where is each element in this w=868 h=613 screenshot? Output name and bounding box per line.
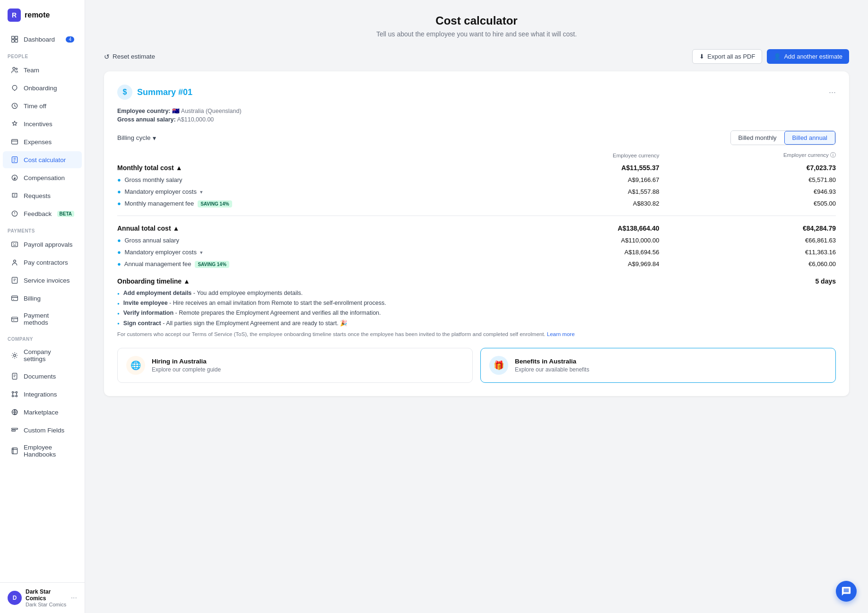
monthly-saving-badge: SAVING 14%	[198, 200, 232, 207]
sidebar-item-service-invoices[interactable]: Service invoices	[3, 272, 82, 289]
card-more-button[interactable]: ···	[829, 87, 836, 97]
feedback-beta-badge: BETA	[57, 211, 74, 217]
benefits-card-text: Benefits in Australia Explore our availa…	[515, 358, 589, 373]
svg-rect-2	[12, 40, 15, 43]
footer-company-name: Dark Star Comics	[26, 588, 67, 602]
sidebar-item-pay-contractors[interactable]: Pay contractors	[3, 254, 82, 271]
employer-costs-expand-icon[interactable]: ▾	[199, 189, 203, 195]
onboarding-item-1: ● Add employment details - You add emplo…	[117, 290, 836, 296]
sidebar-item-compensation[interactable]: Compensation	[3, 169, 82, 186]
toolbar-right: ⬇ Export all as PDF 👤 Add another estima…	[692, 49, 849, 64]
svg-point-20	[12, 395, 13, 397]
marketplace-icon	[10, 408, 19, 416]
annual-row-1-employee: A$110,000.00	[503, 234, 660, 246]
sidebar-item-billing[interactable]: Billing	[3, 290, 82, 307]
sidebar-item-documents[interactable]: Documents	[3, 368, 82, 385]
hiring-card-text: Hiring in Australia Explore our complete…	[152, 358, 221, 373]
annual-row-3-employee: A$9,969.84	[503, 258, 660, 270]
monthly-row-1-employer: €5,571.80	[660, 174, 836, 186]
monthly-employer-total: €7,023.73	[660, 162, 836, 174]
billing-cycle-label[interactable]: Billing cycle ▾	[117, 134, 156, 142]
payments-section-label: PAYMENTS	[0, 223, 85, 235]
annual-collapse-icon[interactable]: ▲	[173, 224, 179, 232]
monthly-row-1: ● Gross monthly salary A$9,166.67 €5,571…	[117, 174, 836, 186]
feedback-icon	[10, 209, 19, 218]
payment-methods-icon	[10, 315, 19, 323]
annual-row-2-employee: A$18,694.56	[503, 246, 660, 258]
sidebar-item-integrations[interactable]: Integrations	[3, 386, 82, 403]
onboarding-dot-3: ●	[117, 311, 120, 316]
billing-annual-button[interactable]: Billed annual	[784, 131, 835, 145]
billing-monthly-button[interactable]: Billed monthly	[731, 131, 784, 145]
sidebar-cost-calc-label: Cost calculator	[24, 156, 66, 164]
add-estimate-button[interactable]: 👤 Add another estimate	[767, 49, 849, 64]
sidebar-team-label: Team	[24, 67, 39, 74]
footer-more-button[interactable]: ···	[71, 594, 77, 602]
sidebar-item-expenses[interactable]: Expenses	[3, 133, 82, 150]
sidebar-item-onboarding[interactable]: Onboarding	[3, 79, 82, 96]
learn-more-link[interactable]: Learn more	[547, 331, 575, 337]
dashboard-icon	[10, 35, 19, 43]
annual-row-1-employer: €66,861.63	[660, 234, 836, 246]
sidebar-item-feedback[interactable]: Feedback BETA	[3, 205, 82, 222]
divider-row	[117, 209, 836, 222]
page-title: Cost calculator	[104, 14, 849, 27]
export-button[interactable]: ⬇ Export all as PDF	[692, 49, 762, 64]
company-section-label: COMPANY	[0, 331, 85, 344]
onboarding-title: Onboarding timeline ▲	[117, 277, 190, 285]
sidebar-item-cost-calculator[interactable]: Cost calculator	[3, 151, 82, 168]
svg-rect-24	[12, 430, 16, 431]
sidebar-item-company-settings[interactable]: Company settings	[3, 344, 82, 367]
annual-total-row: Annual total cost ▲ A$138,664.40 €84,284…	[117, 222, 836, 234]
sidebar-onboarding-label: Onboarding	[24, 85, 57, 92]
monthly-total-row: Monthly total cost ▲ A$11,555.37 €7,023.…	[117, 162, 836, 174]
sidebar-feedback-label: Feedback	[24, 210, 52, 217]
service-invoices-icon	[10, 276, 19, 285]
sidebar-item-dashboard[interactable]: Dashboard 4	[3, 31, 82, 48]
onboarding-collapse-icon[interactable]: ▲	[183, 277, 190, 285]
benefits-card[interactable]: 🎁 Benefits in Australia Explore our avai…	[480, 348, 836, 383]
benefits-card-icon: 🎁	[489, 356, 508, 375]
sidebar-item-incentives[interactable]: Incentives	[3, 115, 82, 132]
annual-header-cell: Annual total cost ▲	[117, 222, 503, 234]
sidebar-integrations-label: Integrations	[24, 391, 57, 398]
sidebar-item-payroll-approvals[interactable]: Payroll approvals	[3, 236, 82, 253]
sidebar-payroll-label: Payroll approvals	[24, 241, 73, 248]
add-icon: 👤	[773, 53, 781, 60]
monthly-row-2-employee: A$1,557.88	[503, 186, 660, 198]
sidebar-item-payment-methods[interactable]: Payment methods	[3, 308, 82, 330]
hiring-card[interactable]: 🌐 Hiring in Australia Explore our comple…	[117, 348, 473, 383]
add-label: Add another estimate	[784, 53, 842, 60]
sidebar-item-team[interactable]: Team	[3, 61, 82, 78]
sidebar-item-employee-handbooks[interactable]: Employee Handbooks	[3, 440, 82, 462]
sidebar-item-custom-fields[interactable]: Custom Fields	[3, 422, 82, 439]
annual-row-3: ● Annual management feeSAVING 14% A$9,96…	[117, 258, 836, 270]
sidebar-payment-methods-label: Payment methods	[24, 312, 74, 326]
chat-bubble[interactable]	[836, 581, 857, 602]
svg-point-5	[16, 68, 17, 69]
dashboard-badge: 4	[66, 36, 74, 43]
monthly-row-1-employee: A$9,166.67	[503, 174, 660, 186]
annual-employer-costs-expand-icon[interactable]: ▾	[199, 250, 203, 255]
sidebar-item-time-off[interactable]: Time off	[3, 97, 82, 114]
svg-rect-17	[12, 373, 17, 380]
svg-rect-7	[12, 139, 18, 144]
svg-rect-23	[12, 428, 18, 429]
employer-info-icon[interactable]: ⓘ	[830, 152, 836, 158]
svg-rect-14	[12, 296, 18, 301]
sidebar-item-marketplace[interactable]: Marketplace	[3, 404, 82, 421]
annual-row-2: ● Mandatory employer costs ▾ A$18,694.56…	[117, 246, 836, 258]
sidebar-item-requests[interactable]: Requests	[3, 187, 82, 204]
logo-icon: R	[8, 9, 21, 22]
onboarding-icon	[10, 84, 19, 92]
annual-row-1-label: ● Gross annual salary	[117, 234, 503, 246]
reset-icon: ↺	[104, 53, 110, 60]
documents-icon	[10, 372, 19, 380]
reset-estimate-button[interactable]: ↺ Reset estimate	[104, 53, 155, 60]
requests-icon	[10, 191, 19, 200]
billing-row: Billing cycle ▾ Billed monthly Billed an…	[117, 130, 836, 145]
monthly-collapse-icon[interactable]: ▲	[176, 164, 182, 172]
svg-rect-11	[12, 242, 18, 247]
hiring-card-sub: Explore our complete guide	[152, 366, 221, 373]
onboarding-item-4: ● Sign contract - All parties sign the E…	[117, 319, 836, 327]
